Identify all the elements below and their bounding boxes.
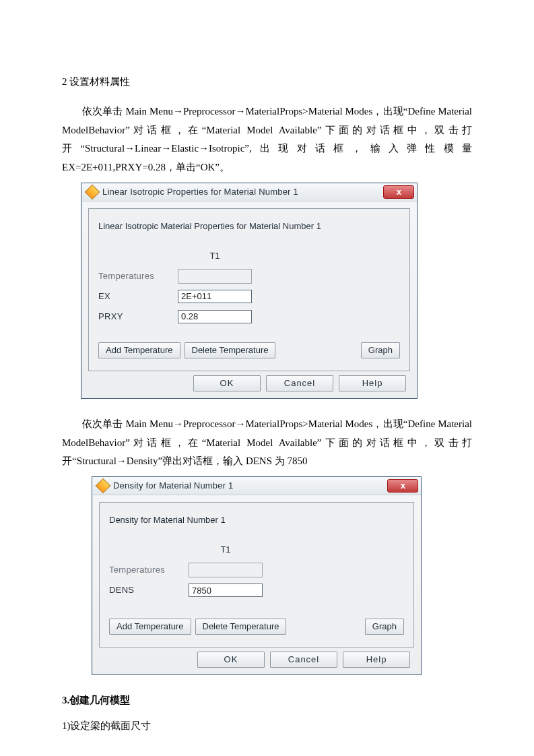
close-button[interactable]: x [383,185,414,199]
dialog-density: Density for Material Number 1 x Density … [92,476,422,675]
graph-button[interactable]: Graph [365,619,404,635]
subheading-section-dimensions: 1)设定梁的截面尺寸 [62,717,472,736]
add-temperature-button[interactable]: Add Temperature [98,342,180,358]
ex-input[interactable] [178,290,252,303]
paragraph: 依次单击 Main Menu→Preprocessor→MaterialProp… [62,102,472,177]
dens-input[interactable] [189,584,263,597]
delete-temperature-button[interactable]: Delete Temperature [195,619,287,635]
row-label-ex: EX [98,288,172,305]
temperatures-cell[interactable] [189,563,263,577]
ok-button[interactable]: OK [197,652,265,668]
add-temperature-button[interactable]: Add Temperature [109,619,191,635]
row-label-dens: DENS [109,582,183,598]
prxy-input[interactable] [178,310,252,323]
column-header-t1: T1 [178,248,252,264]
title-text: Density for Material Number 1 [113,478,387,494]
row-label-prxy: PRXY [98,309,172,325]
ok-button[interactable]: OK [193,375,261,391]
cancel-button[interactable]: Cancel [270,652,337,668]
row-label-temperatures: Temperatures [98,268,172,284]
close-icon: x [396,188,401,196]
titlebar: Density for Material Number 1 x [92,477,421,495]
ansys-icon [96,478,111,494]
title-text: Linear Isotropic Properties for Material… [102,184,383,200]
ansys-icon [85,184,100,199]
section-heading-material: 2 设置材料属性 [62,73,472,92]
row-label-temperatures: Temperatures [109,562,183,578]
dialog-heading: Density for Material Number 1 [109,512,404,528]
titlebar: Linear Isotropic Properties for Material… [81,183,417,201]
graph-button[interactable]: Graph [361,342,400,358]
dialog-linear-isotropic: Linear Isotropic Properties for Material… [81,183,418,399]
section-heading-geometry: 3.创建几何模型 [62,691,472,710]
dialog-heading: Linear Isotropic Material Properties for… [98,218,400,234]
help-button[interactable]: Help [339,375,406,391]
close-button[interactable]: x [387,479,418,493]
paragraph: 依次单击 Main Menu→Preprocessor→MaterialProp… [62,415,472,471]
temperatures-cell[interactable] [178,269,252,284]
delete-temperature-button[interactable]: Delete Temperature [185,342,276,358]
help-button[interactable]: Help [343,652,410,668]
close-icon: x [400,482,405,490]
cancel-button[interactable]: Cancel [266,375,333,391]
column-header-t1: T1 [189,542,263,558]
